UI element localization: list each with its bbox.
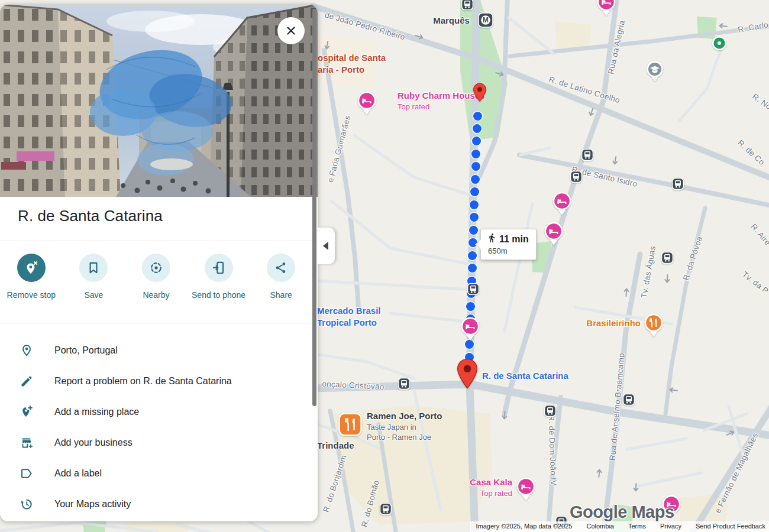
collapse-panel-button[interactable] xyxy=(318,228,335,264)
menu-item-place-pin[interactable]: Porto, Portugal xyxy=(0,335,312,366)
locality-marques[interactable]: Marquês xyxy=(433,15,470,27)
nearby-icon xyxy=(148,260,164,275)
brasileirinho-label[interactable]: Brasileirinho xyxy=(586,317,641,329)
action-label: Save xyxy=(84,290,103,301)
menu-item-label-tag[interactable]: Add a label xyxy=(0,458,312,489)
route-info-tooltip[interactable]: 11 min 650m xyxy=(480,229,537,260)
destination-pin[interactable] xyxy=(456,358,479,389)
transit-stop-icon[interactable] xyxy=(661,252,674,264)
attribution-link[interactable]: Terms xyxy=(628,523,646,530)
divider xyxy=(0,241,318,241)
hospital-label[interactable]: ospital de Santaaria - Porto xyxy=(318,52,386,76)
attribution-link[interactable]: Colombia xyxy=(586,523,613,530)
walking-route-dot xyxy=(466,302,475,311)
pencil-icon xyxy=(20,374,34,388)
lodging-marker[interactable] xyxy=(460,317,480,341)
action-label: Send to phone xyxy=(192,290,245,301)
menu-item-history[interactable]: Your Maps activity xyxy=(0,489,312,520)
svg-text:M: M xyxy=(483,16,489,24)
share-icon xyxy=(273,260,289,275)
place-panel: R. de Santa Catarina Remove stopSaveNear… xyxy=(0,5,318,521)
restaurant-marker[interactable] xyxy=(644,313,664,338)
santa-catarina-map-label[interactable]: R. de Santa Catarina xyxy=(482,370,568,382)
school-icon[interactable] xyxy=(645,60,665,83)
action-bookmark[interactable]: Save xyxy=(65,254,122,301)
route-origin-pin[interactable] xyxy=(473,83,487,102)
ramen-joe-label[interactable]: Ramen Joe, PortoTaste Japan inPorto - Ra… xyxy=(367,410,442,442)
remove-stop-icon xyxy=(24,260,39,275)
mercado-brasil-label[interactable]: Mercado BrasilTropical Porto xyxy=(317,305,381,329)
action-label: Share xyxy=(270,290,292,301)
transit-stop-icon[interactable] xyxy=(623,394,635,406)
ruby-charm-houses-label[interactable]: Ruby Charm HousesTop rated xyxy=(398,90,485,112)
google-maps-window: de João Pedro RibeiroR. CarloR. de Latin… xyxy=(0,0,769,532)
transit-stop-icon[interactable] xyxy=(672,178,684,190)
lodging-marker[interactable] xyxy=(544,222,564,246)
transit-stop-icon[interactable] xyxy=(461,0,474,11)
place-menu: Porto, PortugalReport a problem on R. de… xyxy=(0,335,312,520)
lodging-marker[interactable] xyxy=(552,192,572,216)
menu-item-label: Add your business xyxy=(54,437,133,448)
menu-item-label: Your Maps activity xyxy=(54,499,131,510)
walking-route-dot xyxy=(470,213,479,222)
place-pin-icon xyxy=(20,343,34,358)
map-attribution: Imagery ©2025, Map data ©2025 ColombiaTe… xyxy=(470,521,769,532)
place-photo[interactable] xyxy=(0,5,318,197)
menu-item-label: Add a label xyxy=(54,468,102,479)
lodging-marker[interactable] xyxy=(516,477,536,501)
action-bar: Remove stopSaveNearbySend to phoneShare xyxy=(0,254,312,301)
menu-item-label: Report a problem on R. de Santa Catarina xyxy=(54,376,232,387)
close-button[interactable] xyxy=(277,17,305,44)
locality-trindade[interactable]: Trindade xyxy=(317,440,354,452)
action-remove-stop[interactable]: Remove stop xyxy=(3,254,60,301)
lodging-marker[interactable] xyxy=(357,91,377,115)
bookmark-icon xyxy=(86,260,101,275)
walking-route-dot xyxy=(471,175,480,184)
divider xyxy=(0,323,318,323)
casa-kala-label[interactable]: Casa KalaTop rated xyxy=(470,476,512,498)
transit-stop-icon[interactable] xyxy=(581,149,594,161)
action-share[interactable]: Share xyxy=(253,254,309,301)
metro-station-icon[interactable]: M xyxy=(478,12,493,28)
transit-stop-icon[interactable] xyxy=(467,283,480,296)
menu-item-add-place[interactable]: Add a missing place xyxy=(0,397,312,427)
action-label: Nearby xyxy=(143,290,169,301)
menu-item-label: Add a missing place xyxy=(54,407,139,417)
walking-route-dot xyxy=(469,226,478,235)
route-distance: 650m xyxy=(487,246,529,255)
google-maps-watermark: Google Maps xyxy=(570,502,674,522)
lodging-marker[interactable] xyxy=(596,0,616,17)
add-business-icon xyxy=(20,436,34,450)
label-tag-icon xyxy=(20,466,34,481)
transit-stop-icon[interactable] xyxy=(398,378,411,390)
transit-stop-icon[interactable] xyxy=(544,405,557,417)
panel-scrollbar[interactable] xyxy=(312,9,316,406)
action-send-to-phone[interactable]: Send to phone xyxy=(190,254,247,301)
history-icon xyxy=(20,497,34,511)
transit-stop-icon[interactable] xyxy=(380,503,392,515)
transit-stop-icon[interactable] xyxy=(570,171,583,183)
menu-item-add-business[interactable]: Add your business xyxy=(0,427,312,458)
walking-route-dot xyxy=(471,162,480,171)
menu-item-pencil[interactable]: Report a problem on R. de Santa Catarina xyxy=(0,366,312,397)
imagery-credit: Imagery ©2025, Map data ©2025 xyxy=(476,523,573,530)
street-photo-illustration xyxy=(0,5,318,197)
chevron-left-icon xyxy=(323,242,328,250)
attribution-link[interactable]: Privacy xyxy=(660,523,681,530)
add-place-icon xyxy=(20,405,34,419)
menu-item-label: Porto, Portugal xyxy=(54,345,118,356)
route-duration: 11 min xyxy=(499,234,529,245)
close-icon xyxy=(285,24,298,37)
send-to-phone-icon xyxy=(211,260,227,275)
walking-route-dot xyxy=(468,264,477,273)
walking-icon xyxy=(487,233,497,245)
action-label: Remove stop xyxy=(7,290,56,301)
park-poi-icon[interactable] xyxy=(712,35,727,51)
place-title: R. de Santa Catarina xyxy=(18,207,163,225)
attribution-link[interactable]: Send Product Feedback xyxy=(696,523,765,530)
action-nearby[interactable]: Nearby xyxy=(128,254,185,301)
walking-route-dot xyxy=(473,124,482,133)
restaurant-marker[interactable] xyxy=(338,413,362,436)
walking-route-dot xyxy=(473,112,482,121)
